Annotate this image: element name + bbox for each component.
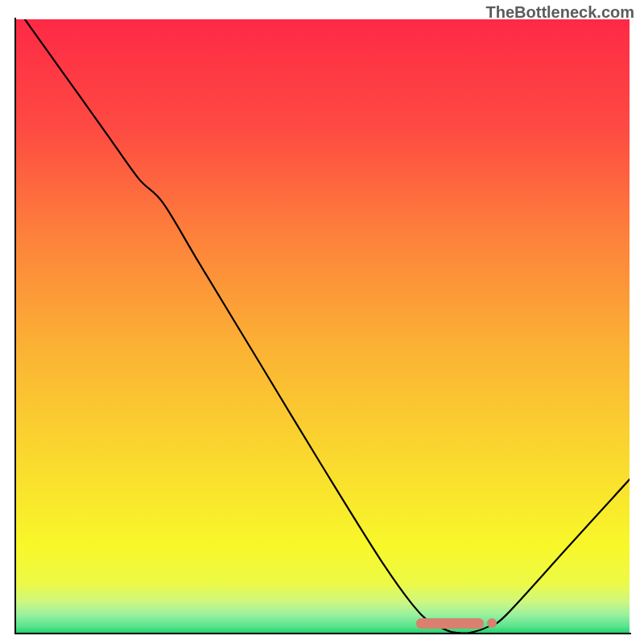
x-axis-line xyxy=(14,633,631,634)
chart-plot-area xyxy=(16,19,630,633)
y-axis-line xyxy=(14,18,16,634)
chart-curve xyxy=(16,19,630,633)
chart-marker-dot xyxy=(487,618,497,628)
watermark-text: TheBottleneck.com xyxy=(486,3,634,22)
chart-marker-range xyxy=(416,618,484,629)
